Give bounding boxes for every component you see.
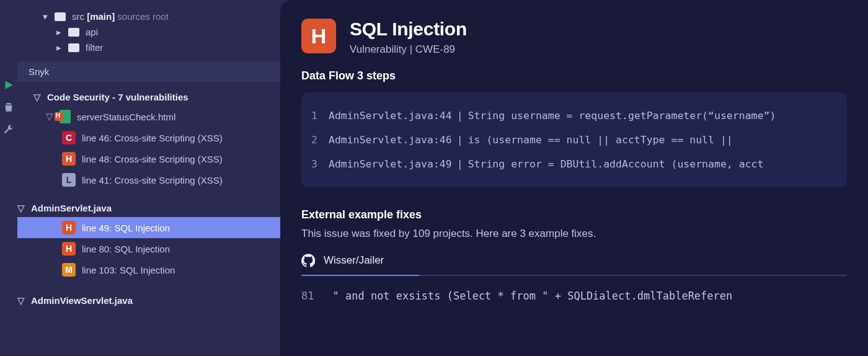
data-flow-header: Data Flow 3 steps [301,69,847,82]
tree-file-serverstatuscheck[interactable]: ▽ serverStatusCheck.html [30,106,280,127]
issue-subtitle: Vulnerability | CWE-89 [350,43,467,56]
severity-badge-critical: C [62,131,76,145]
folder-icon [68,43,79,52]
folder-label: src [main] sources root [72,11,169,22]
vulnerability-tree: ▽ Code Security - 7 vulnerabilities ▽ se… [17,82,280,316]
issue-label: line 46: Cross-site Scripting (XSS) [82,133,223,143]
chevron-right-icon: ▸ [56,45,62,51]
file-tree-root[interactable]: ▾ src [main] sources root [42,9,280,24]
chevron-down-icon: ▽ [33,94,41,101]
wrench-icon[interactable] [3,124,14,135]
github-icon [301,254,315,267]
chevron-down-icon: ▾ [42,14,48,20]
external-fixes-subtext: This issue was fixed by 109 projects. He… [301,228,847,240]
chevron-right-icon: ▸ [56,29,62,35]
chevron-down-icon: ▽ [46,113,53,120]
play-icon[interactable] [3,79,14,91]
issue-label: line 103: SQL Injection [82,265,175,275]
severity-badge-high: H [62,242,76,256]
tree-file-adminservlet[interactable]: ▽ AdminServlet.java [30,199,280,217]
panel-title: Snyk [17,61,280,82]
external-fixes-header: External example fixes [301,208,847,221]
issue-label: line 41: Cross-site Scripting (XSS) [82,175,223,185]
data-flow-step[interactable]: 2 AdminServlet.java:46 | is (username ==… [311,128,837,152]
issue-label: line 49: SQL Injection [82,223,170,233]
folder-label: api [86,27,98,37]
severity-badge-high: H [62,221,76,234]
repo-name: Wisser/Jailer [324,254,384,267]
chevron-down-icon: ▽ [17,297,25,305]
tree-issue[interactable]: L line 41: Cross-site Scripting (XSS) [30,169,280,190]
folder-icon [68,28,79,37]
code-content: " and not exsists (Select * from " + SQL… [332,290,732,302]
data-flow-block: 1 AdminServlet.java:44 | String username… [301,92,847,187]
example-fix-code: 81 " and not exsists (Select * from " + … [301,290,847,302]
group-label: Code Security - 7 vulnerabilities [47,92,188,102]
tree-issue-selected[interactable]: H line 49: SQL Injection [17,217,280,238]
severity-badge-high: H [62,152,76,166]
folder-icon [55,12,66,21]
file-icon [60,110,71,123]
folder-label: filter [86,42,103,53]
severity-badge-high: H [301,19,336,53]
issue-title: SQL Injection [350,19,467,40]
tree-issue[interactable]: C line 46: Cross-site Scripting (XSS) [30,127,280,148]
issue-label: line 48: Cross-site Scripting (XSS) [82,154,223,164]
issue-label: line 80: SQL Injection [82,244,170,254]
line-number: 81 [301,290,314,302]
project-file-tree: ▾ src [main] sources root ▸ api ▸ filter [17,0,280,61]
chevron-down-icon: ▽ [17,205,25,212]
example-fix-tab[interactable]: Wisser/Jailer [301,254,847,276]
tree-issue[interactable]: H line 48: Cross-site Scripting (XSS) [30,148,280,169]
file-label: AdminViewServlet.java [31,295,133,306]
severity-badge-medium: M [62,263,76,277]
trash-icon[interactable] [3,102,14,113]
tree-group-code-security[interactable]: ▽ Code Security - 7 vulnerabilities [30,88,280,106]
file-tree-item-filter[interactable]: ▸ filter [56,40,280,55]
file-label: serverStatusCheck.html [77,112,175,122]
data-flow-step[interactable]: 1 AdminServlet.java:44 | String username… [311,104,837,128]
tree-issue[interactable]: M line 103: SQL Injection [30,259,280,280]
tree-file-adminviewservlet[interactable]: ▽ AdminViewServlet.java [30,291,280,309]
detail-panel: H SQL Injection Vulnerability | CWE-89 D… [280,0,868,356]
data-flow-step[interactable]: 3 AdminServlet.java:49 | String error = … [311,152,837,176]
tree-issue[interactable]: H line 80: SQL Injection [30,238,280,259]
severity-badge-low: L [62,173,76,187]
file-tree-item-api[interactable]: ▸ api [56,24,280,40]
file-label: AdminServlet.java [31,203,112,213]
